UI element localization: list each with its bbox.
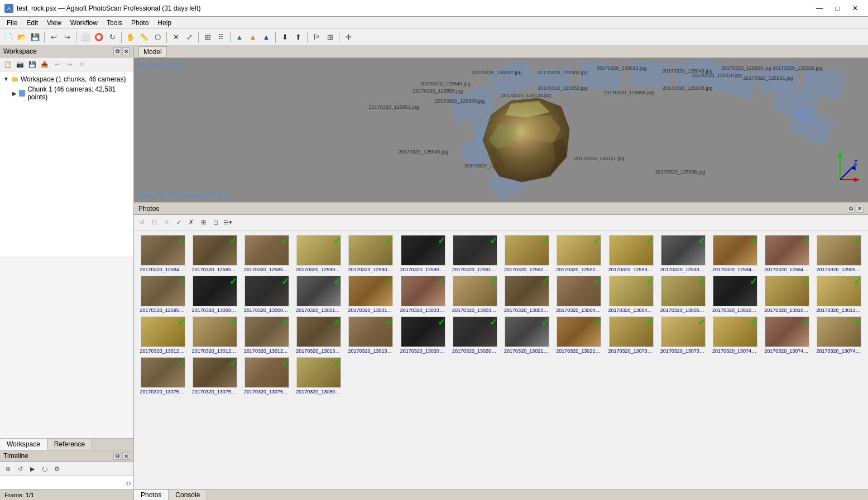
photo-item[interactable]: ✓20170320_125921.jpg [503, 235, 552, 272]
photo-item[interactable]: ✓20170320_130036.jpg [450, 276, 499, 313]
tab-reference[interactable]: Reference [47, 439, 92, 450]
toolbar-grid[interactable]: ⊞ [202, 31, 214, 44]
toolbar-color2[interactable]: ▲ [247, 31, 259, 44]
photo-item[interactable]: ✓20170320_130804.jpg [295, 357, 343, 395]
timeline-loop[interactable]: ⭮ [39, 463, 50, 474]
timeline-close-btn[interactable]: ✕ [122, 452, 130, 460]
toolbar-rotate[interactable]: ↻ [106, 31, 118, 44]
toolbar-delete[interactable]: ✕ [170, 31, 182, 44]
photo-item[interactable]: ✓20170320_125931.jpg [607, 235, 655, 272]
photo-item[interactable]: ✓20170320_125958.jpg [138, 276, 187, 313]
photo-item[interactable]: ✓20170320_125936.jpg [659, 235, 707, 272]
ws-undo[interactable]: ↩ [51, 59, 63, 70]
photo-item[interactable]: ✓20170320_130109.jpg [763, 276, 812, 313]
photos-view-toggle[interactable]: ☰▾ [222, 217, 233, 228]
photo-item[interactable]: ✓20170320_125926.jpg [555, 235, 603, 272]
photo-item[interactable]: ✓20170320_130731.jpg [607, 316, 655, 354]
toolbar-color1[interactable]: ▲ [233, 31, 246, 44]
tab-workspace[interactable]: Workspace [0, 439, 47, 450]
timeline-next[interactable]: › [128, 478, 131, 487]
photo-item[interactable]: ✓20170320_130105.jpg [711, 276, 759, 313]
photo-item[interactable]: ✓20170320_130202.jpg [399, 316, 447, 354]
photo-item[interactable]: ✓20170320_130750.jpg [138, 357, 187, 395]
toolbar-marker[interactable]: ⬡ [151, 31, 164, 44]
photo-item[interactable]: ✓20170320_130007.jpg [242, 276, 291, 313]
photos-float-btn[interactable]: ⧉ [847, 205, 855, 213]
photos-delete[interactable]: ✕ [161, 217, 172, 228]
menu-photo[interactable]: Photo [127, 18, 153, 28]
toolbar-redo[interactable]: ↪ [61, 31, 73, 44]
ws-delete[interactable]: ✕ [76, 59, 87, 70]
timeline-refresh[interactable]: ↺ [15, 463, 26, 474]
toolbar-points[interactable]: ⠿ [215, 31, 227, 44]
photo-item[interactable]: ✓20170320_130059.jpg [659, 276, 707, 313]
perspective-label[interactable]: Perspective 30° [138, 61, 181, 68]
photo-item[interactable]: ✓20170320_130132.jpg [295, 316, 343, 354]
workspace-close-btn[interactable]: ✕ [122, 47, 130, 55]
photo-item[interactable]: ✓20170320_130003.jpg [190, 276, 239, 313]
menu-workflow[interactable]: Workflow [66, 18, 102, 28]
photo-item[interactable]: ✓20170320_125900.jpg [295, 235, 343, 272]
photo-item[interactable]: ✓20170320_125915.jpg [450, 235, 499, 272]
toolbar-select-rect[interactable]: ⬜ [79, 31, 92, 44]
timeline-add[interactable]: ⊕ [2, 463, 13, 474]
timeline-play[interactable]: ▶ [27, 463, 38, 474]
photos-flag-bad[interactable]: ✗ [185, 217, 196, 228]
photo-item[interactable]: ✓20170320_125849.jpg [138, 235, 187, 272]
timeline-settings[interactable]: ⚙ [51, 463, 63, 474]
workspace-root-item[interactable]: ▼ 🖿 Workspace (1 chunks, 46 cameras) [0, 74, 133, 84]
photo-item[interactable]: ✓20170320_130754.jpg [190, 357, 239, 395]
photo-item[interactable]: ✓20170320_125853.jpg [190, 235, 239, 272]
timeline-float-btn[interactable]: ⧉ [113, 452, 121, 460]
photo-item[interactable]: ✓20170320_125946.jpg [763, 235, 812, 272]
photo-item[interactable]: ✓20170320_130136.jpg [347, 316, 395, 354]
photo-item[interactable]: ✓20170320_125952.jpg [815, 235, 864, 272]
photo-item[interactable]: ✓20170320_130736.jpg [659, 316, 707, 354]
photo-item[interactable]: ✓20170320_130124.jpg [190, 316, 239, 354]
toolbar-move[interactable]: ⤢ [183, 31, 195, 44]
photos-group[interactable]: ⊞ [198, 217, 209, 228]
ws-add-camera[interactable]: 📷 [15, 59, 26, 70]
photo-item[interactable]: ✓20170320_130211.jpg [503, 316, 552, 354]
model-canvas[interactable]: Perspective 30° [134, 58, 868, 202]
photo-item[interactable]: ✓20170320_125856.jpg [242, 235, 291, 272]
photos-tab-photos[interactable]: Photos [134, 490, 169, 500]
photo-item[interactable]: ✓20170320_125940.jpg [711, 235, 759, 272]
photo-item[interactable]: ✓20170320_130033.jpg [399, 276, 447, 313]
toolbar-export[interactable]: ⬆ [292, 31, 304, 44]
model-tab[interactable]: Model [138, 46, 167, 57]
toolbar-cam-flag[interactable]: 🏳 [310, 31, 323, 44]
photos-tab-console[interactable]: Console [169, 490, 207, 500]
photo-item[interactable]: ✓20170320_130207.jpg [450, 316, 499, 354]
photo-item[interactable]: ✓20170320_130114.jpg [815, 276, 864, 313]
toolbar-import[interactable]: ⬇ [279, 31, 291, 44]
photo-item[interactable]: ✓20170320_125909.jpg [399, 235, 447, 272]
photo-item[interactable]: ✓20170320_130013.jpg [295, 276, 343, 313]
toolbar-undo[interactable]: ↩ [47, 31, 60, 44]
toolbar-ruler[interactable]: 📏 [138, 31, 150, 44]
toolbar-cam-grid[interactable]: ⊞ [324, 31, 336, 44]
ws-add-chunk[interactable]: 📋 [2, 59, 13, 70]
minimize-button[interactable]: — [811, 3, 828, 14]
photos-single[interactable]: ◻ [210, 217, 221, 228]
menu-view[interactable]: View [42, 18, 66, 28]
photos-flag-ok[interactable]: ✓ [173, 217, 184, 228]
close-button[interactable]: ✕ [847, 3, 864, 14]
menu-help[interactable]: Help [153, 18, 176, 28]
workspace-float-btn[interactable]: ⧉ [113, 47, 121, 55]
toolbar-pan[interactable]: ✋ [124, 31, 137, 44]
photo-item[interactable]: ✓20170320_130213.jpg [555, 316, 603, 354]
maximize-button[interactable]: □ [829, 3, 846, 14]
toolbar-new[interactable]: 📄 [2, 31, 15, 44]
menu-file[interactable]: File [2, 18, 22, 28]
photo-item[interactable]: ✓20170320_130045.jpg [607, 276, 655, 313]
photo-item[interactable]: ✓20170320_130744.jpg [763, 316, 812, 354]
photos-close-btn[interactable]: ✕ [856, 205, 864, 213]
photo-item[interactable]: ✓20170320_130747.jpg [815, 316, 864, 354]
photo-item[interactable]: ✓20170320_130758.jpg [242, 357, 291, 395]
toolbar-transform[interactable]: ✛ [342, 31, 354, 44]
photo-item[interactable]: ✓20170320_130039.jpg [503, 276, 552, 313]
photo-item[interactable]: ✓20170320_125904.jpg [347, 235, 395, 272]
ws-save-chunk[interactable]: 💾 [27, 59, 38, 70]
ws-redo[interactable]: ↪ [64, 59, 75, 70]
